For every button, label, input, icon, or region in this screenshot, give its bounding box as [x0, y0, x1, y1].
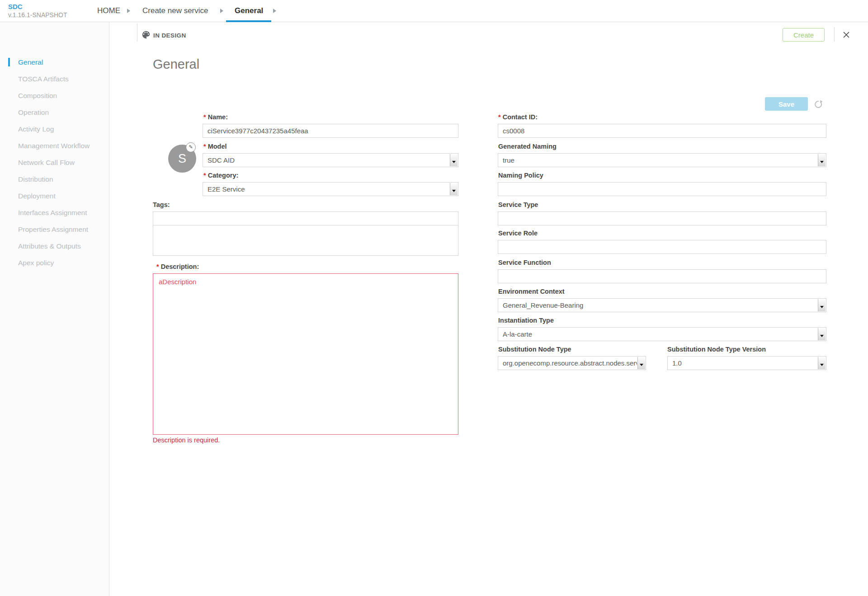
instantiation-type-label: Instantiation Type [498, 316, 554, 324]
description-error-message: Description is required. [153, 436, 220, 444]
sidebar-item-operation[interactable]: Operation [0, 104, 109, 121]
sidebar-item-interfaces-assignment[interactable]: Interfaces Assignment [0, 204, 109, 221]
environment-context-label: Environment Context [498, 287, 565, 296]
tab-general[interactable]: General [235, 0, 263, 22]
service-function-input[interactable] [498, 269, 826, 283]
generated-naming-select[interactable]: true [498, 153, 826, 167]
edit-avatar-button[interactable]: ✎ [186, 142, 196, 152]
name-label: *Name: [203, 113, 228, 121]
sidebar-item-management-workflow[interactable]: Management Workflow [0, 137, 109, 154]
naming-policy-label: Naming Policy [498, 171, 543, 179]
active-tab-underline [226, 20, 271, 22]
palette-icon [141, 30, 151, 40]
sidebar-item-tosca-artifacts[interactable]: TOSCA Artifacts [0, 70, 109, 87]
close-icon [842, 31, 850, 39]
lifecycle-status-badge: IN DESIGN [153, 32, 186, 39]
description-textarea[interactable]: aDescription [153, 273, 458, 435]
sidebar-item-properties-assignment[interactable]: Properties Assignment [0, 221, 109, 238]
dropdown-arrow-icon[interactable] [450, 154, 458, 166]
substitution-node-type-version-label: Substitution Node Type Version [667, 345, 766, 353]
sidebar-item-apex-policy[interactable]: Apex policy [0, 254, 109, 271]
instantiation-type-select[interactable]: A-la-carte [498, 327, 826, 341]
substitution-node-type-label: Substitution Node Type [498, 345, 571, 353]
description-label: *Description: [156, 263, 199, 271]
service-type-input[interactable] [498, 211, 826, 225]
contact-id-label: *Contact ID: [498, 113, 538, 121]
save-button[interactable]: Save [765, 97, 808, 111]
tags-widget [153, 211, 458, 256]
revert-icon[interactable] [813, 99, 824, 109]
dropdown-arrow-icon[interactable] [450, 183, 458, 195]
sidebar-item-distribution[interactable]: Distribution [0, 171, 109, 188]
naming-policy-input[interactable] [498, 182, 826, 196]
sidebar-item-deployment[interactable]: Deployment [0, 188, 109, 204]
model-select[interactable]: SDC AID [203, 153, 458, 167]
service-function-label: Service Function [498, 258, 551, 267]
app-name: SDC [8, 3, 67, 11]
page-title: General [153, 57, 199, 72]
tags-label: Tags: [153, 201, 170, 209]
category-select[interactable]: E2E Service [203, 182, 458, 196]
contact-id-input[interactable] [498, 124, 826, 138]
dropdown-arrow-icon[interactable] [818, 154, 826, 166]
dropdown-arrow-icon[interactable] [818, 328, 826, 340]
sidebar-item-activity-log[interactable]: Activity Log [0, 121, 109, 137]
tags-list-area [153, 225, 458, 255]
active-item-marker [8, 58, 10, 66]
pencil-icon: ✎ [189, 144, 193, 150]
close-button[interactable] [842, 31, 851, 40]
sidebar-item-composition[interactable]: Composition [0, 87, 109, 104]
left-sidebar: General TOSCA Artifacts Composition Oper… [0, 22, 109, 596]
statusbar-divider [137, 23, 137, 42]
sidebar-item-attributes-outputs[interactable]: Attributes & Outputs [0, 238, 109, 254]
sidebar-item-general[interactable]: General [0, 54, 109, 70]
dropdown-arrow-icon[interactable] [637, 357, 645, 369]
category-label: *Category: [203, 171, 238, 179]
service-role-input[interactable] [498, 240, 826, 254]
generated-naming-label: Generated Naming [498, 142, 557, 150]
sidebar-item-network-call-flow[interactable]: Network Call Flow [0, 154, 109, 171]
create-button[interactable]: Create [783, 28, 825, 42]
tags-input[interactable] [153, 212, 458, 225]
breadcrumb-arrow-icon [127, 9, 130, 13]
top-header: SDC v.1.16.1-SNAPSHOT HOME Create new se… [0, 0, 868, 22]
breadcrumb-arrow-icon [220, 9, 223, 13]
substitution-node-type-version-select[interactable]: 1.0 [667, 356, 826, 370]
app-logo[interactable]: SDC v.1.16.1-SNAPSHOT [8, 3, 67, 19]
name-input[interactable] [203, 124, 458, 138]
service-type-label: Service Type [498, 201, 538, 209]
substitution-node-type-select[interactable]: org.openecomp.resource.abstract.nodes.se… [498, 356, 646, 370]
sdc-app-window: SDC v.1.16.1-SNAPSHOT HOME Create new se… [0, 0, 868, 596]
model-label: *Model [203, 142, 227, 150]
tab-home[interactable]: HOME [97, 0, 120, 22]
dropdown-arrow-icon[interactable] [818, 299, 826, 311]
dropdown-arrow-icon[interactable] [818, 357, 826, 369]
service-role-label: Service Role [498, 229, 538, 237]
breadcrumb-arrow-icon [273, 9, 276, 13]
app-version: v.1.16.1-SNAPSHOT [8, 11, 67, 19]
tab-create-new-service[interactable]: Create new service [142, 0, 208, 22]
actionbar-divider [834, 27, 835, 42]
environment-context-select[interactable]: General_Revenue-Bearing [498, 298, 826, 312]
